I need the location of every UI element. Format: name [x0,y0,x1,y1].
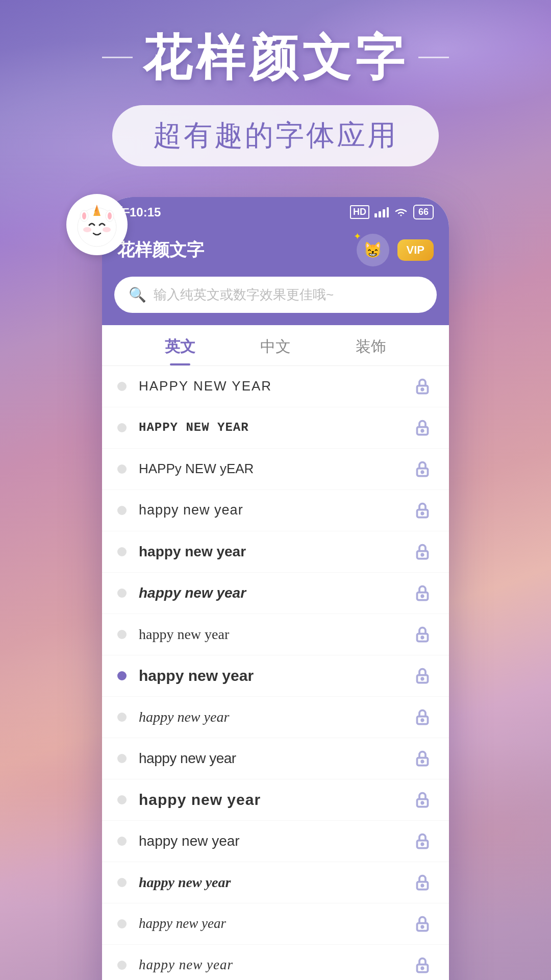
font-text: happy new year [139,585,411,601]
font-item[interactable]: happy new year [102,697,449,738]
mascot-svg [74,202,120,248]
lock-icon[interactable] [411,954,434,976]
sparkle-icon: ✦ [354,231,361,242]
font-list: HAPPY NEW YEAR HAPPY NEW YEAR HAPPy NEW … [102,366,449,980]
font-text: happy new year [139,667,411,684]
font-item[interactable]: happy new year [102,738,449,779]
font-dot [117,506,127,515]
lock-icon[interactable] [411,499,434,522]
header-right: ✦ 😸 VIP [357,234,434,266]
font-dot [117,961,127,970]
svg-point-9 [103,227,111,232]
font-dot [117,589,127,598]
font-item[interactable]: HAPPY NEW YEAR [102,366,449,407]
tab-chinese[interactable]: 中文 [245,325,306,365]
lock-icon[interactable] [411,789,434,811]
mascot-emoji: 😸 [363,241,382,259]
svg-point-41 [421,926,423,928]
lock-icon[interactable] [411,623,434,646]
svg-point-8 [83,227,91,232]
font-item[interactable]: HAPPy NEW yEAR [102,449,449,490]
svg-point-39 [421,885,423,887]
font-dot [117,547,127,556]
svg-point-15 [421,388,423,390]
font-dot [117,630,127,639]
lock-icon[interactable] [411,913,434,935]
phone-container: 午10:15 HD 66 花样 [0,197,551,980]
font-item[interactable]: happy new year [102,531,449,573]
font-item[interactable]: happy new year [102,490,449,531]
svg-point-37 [421,843,423,845]
search-icon: 🔍 [129,286,146,303]
lock-icon[interactable] [411,706,434,728]
svg-point-7 [108,212,112,219]
lock-icon[interactable] [411,665,434,687]
font-text: HAPPY NEW YEAR [139,421,411,434]
svg-point-17 [421,430,423,432]
tabs-container: 英文 中文 装饰 [102,325,449,366]
tab-english[interactable]: 英文 [149,325,211,365]
svg-point-27 [421,636,423,639]
vip-badge[interactable]: VIP [397,239,434,261]
search-bar[interactable]: 🔍 输入纯英文或数字效果更佳哦~ [114,277,437,313]
top-section: 花样颜文字 超有趣的字体应用 [0,0,551,166]
status-icons: HD 66 [350,205,434,219]
mascot-outer [66,194,133,260]
lock-icon[interactable] [411,582,434,604]
search-container: 🔍 输入纯英文或数字效果更佳哦~ [102,277,449,325]
svg-point-21 [421,512,423,514]
subtitle-text: 超有趣的字体应用 [153,119,398,151]
font-text: happy new year [139,833,411,849]
font-item[interactable]: happy new year [102,614,449,655]
font-text: happy new year [139,957,411,973]
font-dot [117,382,127,391]
header-mascot: ✦ 😸 [357,234,389,266]
svg-point-25 [421,595,423,597]
font-item[interactable]: happy new year [102,655,449,697]
font-dot [117,878,127,887]
svg-point-19 [421,471,423,473]
font-item[interactable]: happy new year [102,573,449,614]
lock-icon[interactable] [411,541,434,563]
lock-icon[interactable] [411,871,434,894]
wifi-icon [394,207,408,217]
signal-icon [374,207,389,217]
font-dot [117,919,127,928]
svg-point-43 [421,967,423,969]
svg-point-23 [421,554,423,556]
font-text: happy new year [139,750,411,767]
font-text: happy new year [139,502,411,518]
font-dot [117,795,127,804]
font-item[interactable]: HAPPY NEW YEAR [102,407,449,449]
font-item[interactable]: happy new year [102,821,449,862]
font-item[interactable]: happy new year [102,945,449,980]
font-item[interactable]: happy new year [102,862,449,903]
font-text: happy new year [139,709,411,725]
font-item[interactable]: happy new year [102,903,449,945]
font-text: happy new year [139,874,411,891]
svg-rect-12 [383,209,385,217]
mascot-face [66,194,128,255]
subtitle-pill: 超有趣的字体应用 [112,105,439,166]
font-text: happy new year [139,916,411,932]
lock-icon[interactable] [411,747,434,770]
tab-deco[interactable]: 装饰 [340,325,402,365]
font-text: HAPPy NEW yEAR [139,461,411,477]
svg-point-33 [421,761,423,763]
font-item[interactable]: happy new year [102,779,449,821]
svg-point-29 [421,678,423,680]
font-dot-active [117,671,127,680]
battery-badge: 66 [413,205,434,219]
main-title: 花样颜文字 [143,31,408,85]
font-dot [117,464,127,474]
lock-icon[interactable] [411,375,434,398]
lock-icon[interactable] [411,830,434,852]
font-dot [117,713,127,722]
deco-line-right [418,57,449,58]
lock-icon[interactable] [411,416,434,439]
hd-icon: HD [350,205,369,219]
status-bar: 午10:15 HD 66 [102,197,449,226]
font-text: happy new year [139,791,411,808]
lock-icon[interactable] [411,458,434,480]
svg-rect-13 [387,207,389,217]
